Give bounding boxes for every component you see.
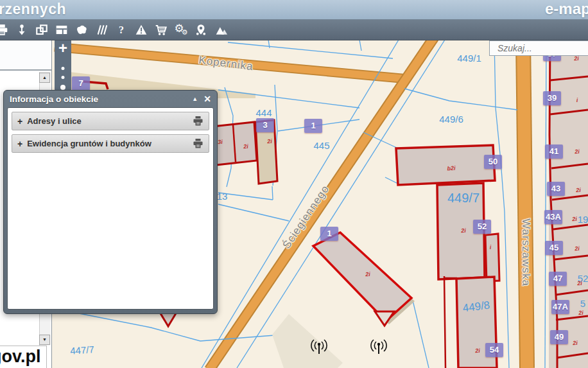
address-badge-43[interactable]: 43: [547, 182, 565, 196]
search-input[interactable]: [489, 40, 588, 56]
brand-logo: e-map: [545, 0, 588, 18]
address-badge-1[interactable]: 1: [320, 227, 338, 241]
accordion-section-1[interactable]: +Adresy i ulice: [12, 112, 209, 130]
main-toolbar: ?⚙⚙: [0, 19, 588, 40]
layers-mountains-icon[interactable]: [214, 21, 228, 38]
popup-sections: +Adresy i ulice+Ewidencja gruntów i budy…: [8, 112, 213, 153]
accordion-section-2[interactable]: +Ewidencja gruntów i budynków: [12, 134, 209, 153]
copy-frames-icon[interactable]: [35, 21, 49, 38]
svg-text:?: ?: [119, 24, 124, 35]
expand-icon[interactable]: +: [17, 139, 22, 149]
address-badge-50[interactable]: 50: [484, 155, 502, 169]
section-label: Adresy i ulice: [27, 116, 82, 126]
address-badge-1[interactable]: 1: [304, 119, 322, 133]
download-point-icon[interactable]: [15, 21, 29, 38]
address-badge-52[interactable]: 52: [473, 220, 491, 234]
scroll-up-button[interactable]: ▲: [39, 73, 50, 83]
popup-title: Informacja o obiekcie: [10, 94, 98, 104]
sidebar-top-panel: [0, 40, 51, 71]
popup-titlebar[interactable]: Informacja o obiekcie ▲ ✕: [4, 91, 217, 107]
building-no50: [396, 145, 495, 185]
scroll-down-button[interactable]: ▼: [39, 335, 50, 345]
zoom-control: +: [55, 40, 71, 91]
cart-icon[interactable]: [154, 21, 168, 38]
printer-icon[interactable]: [0, 21, 9, 38]
measure-icon[interactable]: [94, 21, 108, 38]
zoom-level-dot[interactable]: [62, 76, 65, 79]
warning-icon[interactable]: [134, 21, 148, 38]
page-title: rzennych: [0, 1, 66, 18]
gov-logo: gov.pl: [0, 346, 47, 368]
address-badge-7[interactable]: 7: [72, 76, 90, 91]
area-select-icon[interactable]: [74, 21, 89, 38]
collapse-icon[interactable]: ▲: [192, 96, 198, 102]
toolbar-icons: ?⚙⚙: [0, 21, 228, 38]
settings-gears-icon[interactable]: ⚙⚙: [174, 21, 188, 38]
address-badge-49[interactable]: 49: [550, 330, 568, 344]
printer-icon[interactable]: [193, 116, 203, 126]
gov-logo-text: gov.pl: [0, 347, 41, 367]
address-badge-3[interactable]: 3: [256, 118, 274, 132]
address-badge-47a[interactable]: 47A: [551, 300, 569, 314]
popup-body: +Adresy i ulice+Ewidencja gruntów i budy…: [7, 107, 214, 310]
zoom-level-dot[interactable]: [62, 67, 65, 70]
road-warszawska: [523, 40, 527, 368]
section-label: Ewidencja gruntów i budynków: [27, 139, 151, 148]
app-window: KopernikaŚciegiennegoWarszawska449/15154…: [0, 0, 588, 368]
address-badge-54[interactable]: 54: [485, 343, 503, 357]
locate-users-icon[interactable]: [194, 21, 208, 38]
object-info-popup: Informacja o obiekcie ▲ ✕ +Adresy i ulic…: [3, 90, 218, 314]
help-icon[interactable]: ?: [114, 21, 128, 38]
address-badge-47[interactable]: 47: [549, 272, 567, 286]
layout-panels-icon[interactable]: [55, 21, 69, 38]
printer-icon[interactable]: [193, 139, 203, 148]
close-icon[interactable]: ✕: [203, 94, 211, 103]
address-badge-43a[interactable]: 43A: [544, 210, 562, 224]
address-badge-45[interactable]: 45: [545, 241, 563, 255]
expand-icon[interactable]: +: [17, 116, 22, 127]
address-badge-39[interactable]: 39: [543, 91, 561, 105]
building-narrow-east: [485, 234, 499, 281]
address-badge-41[interactable]: 41: [545, 145, 563, 159]
zoom-in-button[interactable]: +: [55, 40, 71, 58]
app-header: rzennych e-map: [0, 0, 588, 19]
zoom-level-dot-current[interactable]: [60, 85, 65, 90]
